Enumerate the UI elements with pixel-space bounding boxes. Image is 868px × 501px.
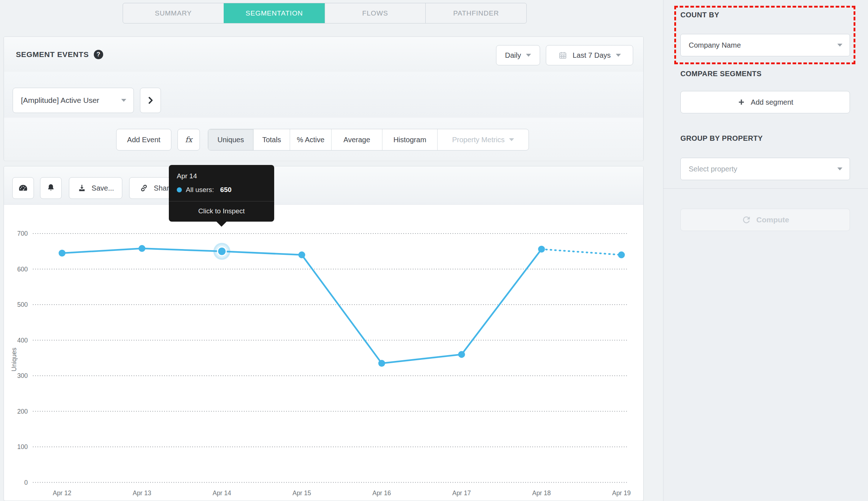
svg-text:Apr 15: Apr 15 bbox=[293, 489, 311, 497]
help-icon[interactable]: ? bbox=[94, 50, 103, 59]
chevron-down-icon bbox=[121, 99, 126, 102]
compare-segments-heading: COMPARE SEGMENTS bbox=[680, 70, 762, 78]
plus-icon bbox=[737, 98, 746, 106]
chart-tooltip: Apr 14 All users: 650 Click to Inspect bbox=[169, 165, 274, 222]
svg-text:Apr 18: Apr 18 bbox=[532, 489, 551, 497]
data-point-apr-15[interactable] bbox=[298, 252, 305, 258]
segmentation-page: SUMMARY SEGMENTATION FLOWS PATHFINDER SE… bbox=[0, 0, 868, 501]
data-point-apr-18[interactable] bbox=[538, 246, 545, 253]
svg-text:400: 400 bbox=[17, 337, 28, 344]
property-metrics-dropdown[interactable]: Property Metrics bbox=[437, 129, 529, 150]
count-by-dropdown[interactable]: Company Name bbox=[680, 34, 850, 56]
svg-text:200: 200 bbox=[17, 408, 28, 415]
date-range-value: Last 7 Days bbox=[573, 51, 611, 60]
svg-text:Uniques: Uniques bbox=[10, 348, 18, 371]
data-point-apr-14[interactable] bbox=[218, 248, 226, 255]
group-by-dropdown[interactable]: Select property bbox=[680, 158, 850, 180]
group-by-placeholder: Select property bbox=[689, 165, 737, 173]
metrics-row: Add Event fx Uniques Totals % Active Ave… bbox=[4, 118, 643, 161]
add-segment-button[interactable]: Add segment bbox=[680, 91, 850, 113]
formula-button[interactable]: fx bbox=[177, 129, 200, 151]
bell-icon bbox=[46, 183, 56, 193]
download-icon bbox=[77, 183, 87, 193]
interval-value: Daily bbox=[505, 51, 521, 60]
tab-flows[interactable]: FLOWS bbox=[325, 3, 426, 23]
event-selector-dropdown[interactable]: [Amplitude] Active User bbox=[13, 88, 134, 113]
data-point-apr-13[interactable] bbox=[139, 245, 145, 252]
dashboard-button[interactable] bbox=[12, 177, 34, 199]
add-segment-label: Add segment bbox=[751, 98, 793, 106]
svg-text:Apr 14: Apr 14 bbox=[212, 489, 231, 497]
segmentation-line-chart[interactable]: 0100200300400500600700UniquesApr 12Apr 1… bbox=[4, 204, 644, 501]
data-point-apr-19[interactable] bbox=[618, 252, 625, 258]
chevron-down-icon bbox=[837, 167, 842, 170]
count-by-value: Company Name bbox=[689, 41, 741, 49]
mode-percent-active[interactable]: % Active bbox=[290, 129, 331, 150]
svg-text:700: 700 bbox=[17, 230, 28, 237]
view-tabs: SUMMARY SEGMENTATION FLOWS PATHFINDER bbox=[123, 3, 527, 23]
panel-title: SEGMENT EVENTS ? bbox=[16, 37, 103, 72]
svg-text:Apr 12: Apr 12 bbox=[53, 489, 71, 497]
chevron-down-icon bbox=[509, 138, 514, 141]
data-point-apr-12[interactable] bbox=[59, 250, 66, 257]
event-selector-value: [Amplitude] Active User bbox=[21, 96, 99, 105]
mode-average[interactable]: Average bbox=[331, 129, 382, 150]
mode-totals[interactable]: Totals bbox=[253, 129, 290, 150]
property-metrics-label: Property Metrics bbox=[452, 136, 505, 144]
alert-button[interactable] bbox=[40, 177, 62, 199]
group-by-heading: GROUP BY PROPERTY bbox=[680, 134, 763, 143]
segment-events-title: SEGMENT EVENTS bbox=[16, 50, 89, 59]
svg-text:600: 600 bbox=[17, 266, 28, 273]
svg-text:Apr 17: Apr 17 bbox=[452, 489, 471, 497]
chevron-down-icon bbox=[616, 54, 621, 57]
event-expand-button[interactable] bbox=[140, 88, 161, 113]
mode-uniques[interactable]: Uniques bbox=[208, 129, 253, 150]
svg-text:500: 500 bbox=[17, 301, 28, 308]
sidebar-divider bbox=[663, 188, 868, 189]
calendar-icon bbox=[558, 51, 567, 60]
chevron-down-icon bbox=[526, 54, 531, 57]
data-point-apr-17[interactable] bbox=[458, 351, 465, 358]
compute-label: Compute bbox=[757, 215, 789, 224]
query-sidebar: COUNT BY Company Name COMPARE SEGMENTS A… bbox=[663, 0, 868, 501]
svg-text:300: 300 bbox=[17, 372, 28, 379]
add-event-button[interactable]: Add Event bbox=[116, 129, 171, 151]
tooltip-series-row: All users: 650 bbox=[177, 186, 266, 194]
data-point-apr-16[interactable] bbox=[378, 360, 385, 367]
tab-summary[interactable]: SUMMARY bbox=[123, 3, 224, 23]
series-dot-icon bbox=[177, 187, 182, 192]
metric-mode-group: Uniques Totals % Active Average Histogra… bbox=[208, 129, 529, 151]
tooltip-action-hint: Click to Inspect bbox=[177, 201, 266, 215]
event-row: [Amplitude] Active User bbox=[4, 72, 643, 118]
svg-text:0: 0 bbox=[24, 479, 28, 486]
save-button[interactable]: Save... bbox=[69, 177, 122, 199]
link-icon bbox=[139, 183, 149, 193]
svg-text:Apr 13: Apr 13 bbox=[133, 489, 152, 497]
refresh-icon bbox=[741, 215, 751, 225]
chart-toolbar: Save... Share bbox=[4, 166, 643, 205]
save-label: Save... bbox=[92, 184, 114, 192]
chevron-right-icon bbox=[146, 96, 155, 105]
segment-events-header-row: SEGMENT EVENTS ? Daily Last 7 Days bbox=[4, 37, 643, 72]
compute-button[interactable]: Compute bbox=[680, 209, 850, 231]
svg-text:100: 100 bbox=[17, 443, 28, 450]
tooltip-value: 650 bbox=[220, 186, 232, 194]
chevron-down-icon bbox=[837, 44, 842, 47]
date-range-dropdown[interactable]: Last 7 Days bbox=[546, 45, 633, 65]
chart-panel: Save... Share 0100200300400500600700Uniq… bbox=[4, 166, 644, 501]
tooltip-series-label: All users: bbox=[186, 186, 214, 194]
mode-histogram[interactable]: Histogram bbox=[382, 129, 437, 150]
svg-text:Apr 19: Apr 19 bbox=[612, 489, 631, 497]
tab-segmentation[interactable]: SEGMENTATION bbox=[224, 3, 325, 23]
interval-dropdown[interactable]: Daily bbox=[496, 45, 540, 65]
tooltip-date: Apr 14 bbox=[177, 172, 266, 180]
tab-pathfinder[interactable]: PATHFINDER bbox=[425, 3, 526, 23]
gauge-icon bbox=[18, 183, 29, 193]
count-by-heading: COUNT BY bbox=[680, 11, 719, 19]
segment-events-panel: SEGMENT EVENTS ? Daily Last 7 Days [Ampl… bbox=[4, 36, 644, 161]
svg-text:Apr 16: Apr 16 bbox=[372, 489, 391, 497]
